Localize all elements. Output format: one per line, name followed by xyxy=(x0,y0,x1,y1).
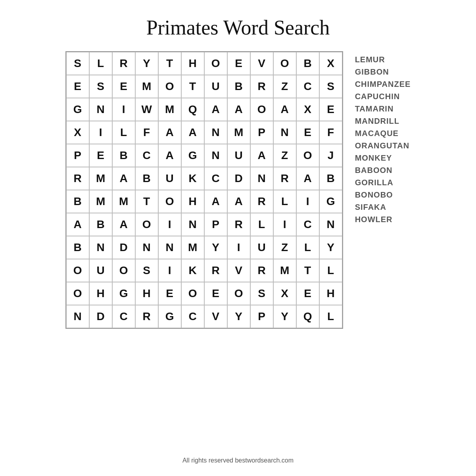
grid-cell-10-3: H xyxy=(135,282,158,305)
footer-text: All rights reserved bestwordsearch.com xyxy=(182,457,294,476)
grid-cell-4-5: G xyxy=(181,144,204,167)
grid-cell-0-1: L xyxy=(89,52,112,75)
grid-cell-8-9: Z xyxy=(273,236,296,259)
grid-cell-4-10: O xyxy=(296,144,319,167)
grid-cell-2-7: A xyxy=(227,98,250,121)
grid-cell-9-9: M xyxy=(273,259,296,282)
grid-cell-11-2: C xyxy=(112,305,135,328)
grid-cell-5-10: A xyxy=(296,167,319,190)
grid-cell-11-0: N xyxy=(66,305,89,328)
grid-cell-1-8: R xyxy=(250,75,273,98)
grid-cell-9-8: R xyxy=(250,259,273,282)
grid-cell-7-3: O xyxy=(135,213,158,236)
word-item-5: MANDRILL xyxy=(355,117,411,126)
grid-cell-10-5: O xyxy=(181,282,204,305)
word-search-grid: SLRYTHOEVOBXESEMOTUBRZCSGNIWMQAAOAXEXILF… xyxy=(65,51,343,329)
grid-cell-3-7: M xyxy=(227,121,250,144)
grid-cell-3-1: I xyxy=(89,121,112,144)
grid-cell-9-0: O xyxy=(66,259,89,282)
grid-cell-1-2: E xyxy=(112,75,135,98)
grid-cell-2-4: M xyxy=(158,98,181,121)
grid-cell-10-11: H xyxy=(319,282,342,305)
grid-cell-3-2: L xyxy=(112,121,135,144)
grid-cell-9-3: S xyxy=(135,259,158,282)
grid-cell-3-5: A xyxy=(181,121,204,144)
grid-row: OHGHEOEOSXEH xyxy=(66,282,342,305)
grid-cell-10-1: H xyxy=(89,282,112,305)
grid-cell-6-7: A xyxy=(227,190,250,213)
grid-cell-0-2: R xyxy=(112,52,135,75)
grid-cell-7-9: I xyxy=(273,213,296,236)
grid-cell-11-3: R xyxy=(135,305,158,328)
grid-cell-10-9: X xyxy=(273,282,296,305)
grid-cell-1-5: T xyxy=(181,75,204,98)
grid-cell-2-5: Q xyxy=(181,98,204,121)
grid-cell-1-11: S xyxy=(319,75,342,98)
grid-cell-6-2: M xyxy=(112,190,135,213)
grid-cell-8-7: I xyxy=(227,236,250,259)
grid-cell-1-9: Z xyxy=(273,75,296,98)
grid-row: ABAOINPRLICN xyxy=(66,213,342,236)
grid-cell-10-6: E xyxy=(204,282,227,305)
grid-row: OUOSIKRVRMTL xyxy=(66,259,342,282)
grid-cell-0-7: E xyxy=(227,52,250,75)
grid-cell-5-7: D xyxy=(227,167,250,190)
grid-cell-11-7: Y xyxy=(227,305,250,328)
grid-cell-4-11: J xyxy=(319,144,342,167)
grid-cell-2-6: A xyxy=(204,98,227,121)
word-item-9: BABOON xyxy=(355,166,411,175)
grid-cell-0-9: O xyxy=(273,52,296,75)
grid-row: GNIWMQAAOAXE xyxy=(66,98,342,121)
grid-cell-7-7: R xyxy=(227,213,250,236)
grid-row: RMABUKCDNRAB xyxy=(66,167,342,190)
grid-row: BMMTOHAARLIG xyxy=(66,190,342,213)
grid-cell-4-4: A xyxy=(158,144,181,167)
word-item-2: CHIMPANZEE xyxy=(355,80,411,89)
grid-cell-10-0: O xyxy=(66,282,89,305)
word-item-0: LEMUR xyxy=(355,55,411,64)
grid-cell-4-6: N xyxy=(204,144,227,167)
main-content: SLRYTHOEVOBXESEMOTUBRZCSGNIWMQAAOAXEXILF… xyxy=(65,51,411,329)
word-item-4: TAMARIN xyxy=(355,104,411,113)
grid-cell-5-5: K xyxy=(181,167,204,190)
grid-cell-5-3: B xyxy=(135,167,158,190)
grid-cell-2-2: I xyxy=(112,98,135,121)
grid-cell-0-5: H xyxy=(181,52,204,75)
grid-cell-10-7: O xyxy=(227,282,250,305)
grid-cell-8-3: N xyxy=(135,236,158,259)
grid-cell-11-9: Y xyxy=(273,305,296,328)
grid-cell-3-8: P xyxy=(250,121,273,144)
grid-cell-1-10: C xyxy=(296,75,319,98)
page-title: Primates Word Search xyxy=(146,16,330,39)
grid-cell-1-3: M xyxy=(135,75,158,98)
grid-cell-7-0: A xyxy=(66,213,89,236)
grid-cell-11-6: V xyxy=(204,305,227,328)
grid-cell-7-1: B xyxy=(89,213,112,236)
grid-cell-11-10: Q xyxy=(296,305,319,328)
word-list: LEMURGIBBONCHIMPANZEECAPUCHINTAMARINMAND… xyxy=(355,55,411,224)
grid-row: NDCRGCVYPYQL xyxy=(66,305,342,328)
grid-cell-1-7: B xyxy=(227,75,250,98)
grid-cell-4-0: P xyxy=(66,144,89,167)
grid-cell-0-6: O xyxy=(204,52,227,75)
grid-cell-9-7: V xyxy=(227,259,250,282)
grid-cell-7-6: P xyxy=(204,213,227,236)
grid-cell-6-10: I xyxy=(296,190,319,213)
grid-cell-7-11: N xyxy=(319,213,342,236)
grid-cell-5-6: C xyxy=(204,167,227,190)
word-item-6: MACAQUE xyxy=(355,129,411,138)
grid-cell-2-9: A xyxy=(273,98,296,121)
grid-cell-6-1: M xyxy=(89,190,112,213)
grid-cell-10-2: G xyxy=(112,282,135,305)
grid-cell-2-10: X xyxy=(296,98,319,121)
grid-cell-4-3: C xyxy=(135,144,158,167)
grid-cell-8-11: Y xyxy=(319,236,342,259)
word-item-13: HOWLER xyxy=(355,215,411,224)
grid-cell-3-10: E xyxy=(296,121,319,144)
grid-cell-5-11: B xyxy=(319,167,342,190)
grid-cell-3-11: F xyxy=(319,121,342,144)
word-item-11: BONOBO xyxy=(355,190,411,200)
grid-cell-0-10: B xyxy=(296,52,319,75)
grid-cell-3-9: N xyxy=(273,121,296,144)
grid-cell-1-6: U xyxy=(204,75,227,98)
